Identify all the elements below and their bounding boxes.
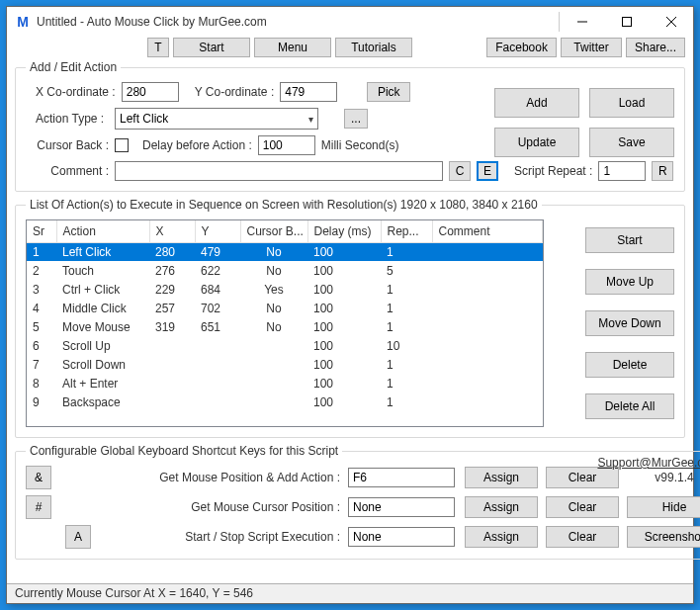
cell-delay: 100: [307, 336, 381, 355]
clear-button[interactable]: Clear: [546, 526, 619, 548]
assign-button[interactable]: Assign: [465, 526, 538, 548]
add-edit-legend: Add / Edit Action: [26, 60, 121, 74]
screenshot-button[interactable]: Screenshot: [627, 526, 700, 548]
update-button[interactable]: Update: [494, 128, 579, 157]
chevron-down-icon: ▾: [308, 114, 313, 125]
table-row[interactable]: 3Ctrl + Click229684Yes1001: [27, 280, 543, 299]
cell-sr: 5: [27, 317, 56, 336]
pick-button[interactable]: Pick: [367, 82, 410, 102]
load-button[interactable]: Load: [589, 88, 674, 118]
cursor-back-checkbox[interactable]: [115, 138, 129, 152]
delete-button[interactable]: Delete: [585, 352, 674, 378]
col-cursor[interactable]: Cursor B...: [240, 220, 307, 242]
c-button[interactable]: C: [449, 161, 471, 181]
toolbar-start-button[interactable]: Start: [173, 38, 250, 57]
col-repeat[interactable]: Rep...: [381, 220, 432, 242]
cell-y: 622: [195, 261, 240, 280]
action-type-select[interactable]: Left Click ▾: [115, 108, 318, 130]
cell-cursor: [240, 392, 307, 411]
save-button[interactable]: Save: [589, 128, 674, 157]
assign-button[interactable]: Assign: [465, 467, 538, 488]
cell-y: [195, 336, 240, 355]
action-list-group: List Of Action(s) to Execute in Sequence…: [15, 198, 685, 438]
cell-cursor: [240, 355, 307, 374]
x-coord-label: X Co-ordinate :: [36, 85, 116, 99]
cell-x: 257: [149, 299, 195, 317]
col-x[interactable]: X: [149, 220, 195, 242]
titlebar: M Untitled - Auto Mouse Click by MurGee.…: [7, 7, 693, 37]
table-row[interactable]: 2Touch276622No1005: [27, 261, 543, 280]
cell-cursor: [240, 374, 307, 392]
add-button[interactable]: Add: [494, 88, 579, 118]
table-row[interactable]: 4Middle Click257702No1001: [27, 299, 543, 317]
clear-button[interactable]: Clear: [546, 467, 619, 488]
move-down-button[interactable]: Move Down: [585, 310, 674, 336]
col-sr[interactable]: Sr: [27, 220, 56, 242]
hide-button[interactable]: Hide: [627, 496, 700, 518]
table-row[interactable]: 5Move Mouse319651No1001: [27, 317, 543, 336]
shortcut-value-input[interactable]: [348, 497, 455, 517]
col-action[interactable]: Action: [56, 220, 149, 242]
e-button[interactable]: E: [477, 161, 498, 181]
cell-repeat: 10: [381, 336, 432, 355]
cell-sr: 6: [27, 336, 56, 355]
cell-x: 280: [149, 242, 195, 261]
cell-cursor: No: [240, 261, 307, 280]
shortcut-value-input[interactable]: [348, 468, 455, 487]
toolbar-share-button[interactable]: Share...: [626, 38, 685, 57]
window-title: Untitled - Auto Mouse Click by MurGee.co…: [37, 15, 549, 29]
toolbar-t-button[interactable]: T: [147, 38, 169, 57]
cell-x: 276: [149, 261, 195, 280]
table-row[interactable]: 7Scroll Down1001: [27, 355, 543, 374]
cell-action: Scroll Down: [56, 355, 149, 374]
ellipsis-button[interactable]: ...: [344, 109, 368, 129]
col-delay[interactable]: Delay (ms): [307, 220, 381, 242]
move-up-button[interactable]: Move Up: [585, 269, 674, 295]
shortcut-label: Get Mouse Position & Add Action :: [83, 471, 340, 484]
toolbar-twitter-button[interactable]: Twitter: [561, 38, 622, 57]
cell-repeat: 1: [381, 355, 432, 374]
close-button[interactable]: [649, 7, 693, 37]
cell-delay: 100: [307, 242, 381, 261]
assign-button[interactable]: Assign: [465, 496, 538, 518]
action-table[interactable]: Sr Action X Y Cursor B... Delay (ms) Rep…: [27, 220, 543, 411]
cell-y: 684: [195, 280, 240, 299]
table-row[interactable]: 9Backspace1001: [27, 392, 543, 411]
cell-cursor: Yes: [240, 280, 307, 299]
delay-suffix: Milli Second(s): [321, 138, 399, 152]
table-row[interactable]: 8Alt + Enter1001: [27, 374, 543, 392]
cell-sr: 3: [27, 280, 56, 299]
cell-cursor: [240, 336, 307, 355]
cell-action: Touch: [56, 261, 149, 280]
cell-repeat: 1: [381, 280, 432, 299]
clear-button[interactable]: Clear: [546, 496, 619, 518]
script-repeat-label: Script Repeat :: [514, 164, 592, 178]
delay-input[interactable]: [258, 135, 315, 155]
table-row[interactable]: 6Scroll Up10010: [27, 336, 543, 355]
comment-input[interactable]: [115, 161, 443, 181]
toolbar-tutorials-button[interactable]: Tutorials: [335, 38, 412, 57]
minimize-button[interactable]: [560, 7, 604, 37]
x-coord-input[interactable]: [122, 82, 179, 102]
cell-delay: 100: [307, 374, 381, 392]
action-type-value: Left Click: [120, 112, 168, 126]
table-row[interactable]: 1Left Click280479No1001: [27, 242, 543, 261]
shortcut-icon-button-0[interactable]: &: [26, 466, 51, 489]
y-coord-input[interactable]: [280, 82, 337, 102]
col-comment[interactable]: Comment: [432, 220, 543, 242]
maximize-button[interactable]: [604, 7, 649, 37]
col-y[interactable]: Y: [195, 220, 240, 242]
r-button[interactable]: R: [652, 161, 673, 181]
delete-all-button[interactable]: Delete All: [585, 393, 674, 419]
support-link[interactable]: Support@MurGee.com: [597, 456, 700, 470]
shortcut-icon-button-1[interactable]: #: [26, 495, 51, 519]
cell-delay: 100: [307, 299, 381, 317]
script-repeat-input[interactable]: [598, 161, 646, 181]
toolbar-menu-button[interactable]: Menu: [254, 38, 331, 57]
start-script-button[interactable]: Start: [585, 227, 674, 253]
toolbar-facebook-button[interactable]: Facebook: [486, 38, 557, 57]
cell-sr: 9: [27, 392, 56, 411]
shortcuts-group: Configurable Global Keyboard Shortcut Ke…: [15, 444, 700, 560]
shortcut-value-input[interactable]: [348, 527, 455, 547]
cell-x: [149, 355, 195, 374]
